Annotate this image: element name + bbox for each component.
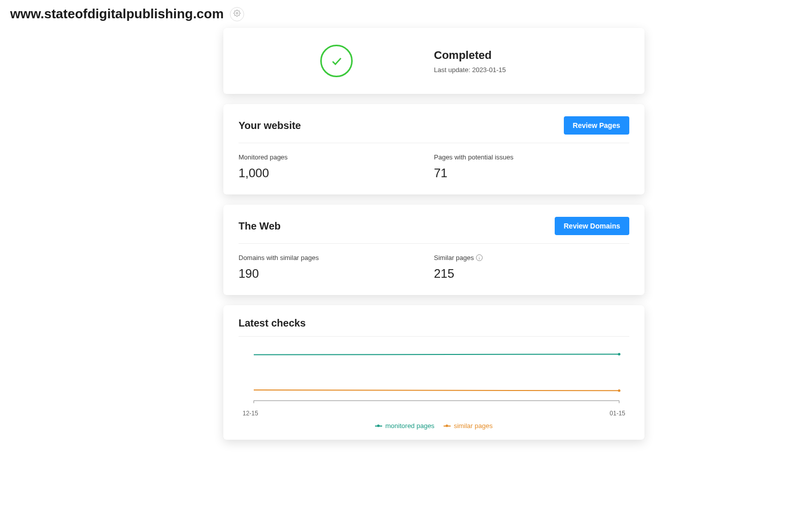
status-title: Completed [434, 49, 629, 62]
svg-point-2 [618, 389, 621, 392]
stat-label: Domains with similar pages [239, 254, 434, 262]
svg-point-0 [236, 12, 238, 14]
stat-value: 215 [434, 267, 629, 281]
stat-value: 190 [239, 267, 434, 281]
info-icon[interactable]: i [476, 254, 483, 261]
stat-domains-similar: Domains with similar pages 190 [239, 254, 434, 281]
stat-label: Pages with potential issues [434, 153, 629, 161]
legend-monitored[interactable]: monitored pages [375, 422, 434, 430]
stat-similar-pages: Similar pages i 215 [434, 254, 629, 281]
x-tick-end: 01-15 [610, 410, 625, 417]
stat-label: Similar pages i [434, 254, 629, 262]
stat-monitored-pages: Monitored pages 1,000 [239, 153, 434, 180]
stat-pages-issues: Pages with potential issues 71 [434, 153, 629, 180]
settings-button[interactable] [230, 7, 244, 21]
review-domains-button[interactable]: Review Domains [555, 217, 629, 235]
the-web-card: The Web Review Domains Domains with simi… [223, 205, 645, 295]
your-website-card: Your website Review Pages Monitored page… [223, 104, 645, 194]
legend-marker-icon [444, 426, 451, 427]
status-last-update: Last update: 2023-01-15 [434, 66, 629, 74]
stat-value: 71 [434, 166, 629, 180]
svg-point-1 [618, 353, 621, 355]
legend-similar[interactable]: similar pages [444, 422, 493, 430]
gear-icon [233, 10, 241, 18]
latest-checks-card: Latest checks 12-15 01-15 monitored page… [223, 305, 645, 440]
legend-marker-icon [375, 426, 382, 427]
x-tick-start: 12-15 [243, 410, 258, 417]
check-circle-icon [320, 45, 353, 77]
your-website-title: Your website [239, 120, 301, 132]
domain-title: www.stateofdigitalpublishing.com [10, 6, 224, 22]
stat-value: 1,000 [239, 166, 434, 180]
review-pages-button[interactable]: Review Pages [564, 116, 629, 135]
stat-label: Monitored pages [239, 153, 434, 161]
chart-legend: monitored pages similar pages [239, 422, 629, 430]
latest-checks-title: Latest checks [239, 317, 629, 329]
main-content: Completed Last update: 2023-01-15 Your w… [223, 28, 645, 440]
status-icon-area [239, 45, 434, 77]
latest-checks-chart: 12-15 01-15 monitored pages similar page… [239, 347, 629, 430]
status-card: Completed Last update: 2023-01-15 [223, 28, 645, 94]
the-web-title: The Web [239, 220, 281, 232]
page-header: www.stateofdigitalpublishing.com [0, 0, 812, 28]
